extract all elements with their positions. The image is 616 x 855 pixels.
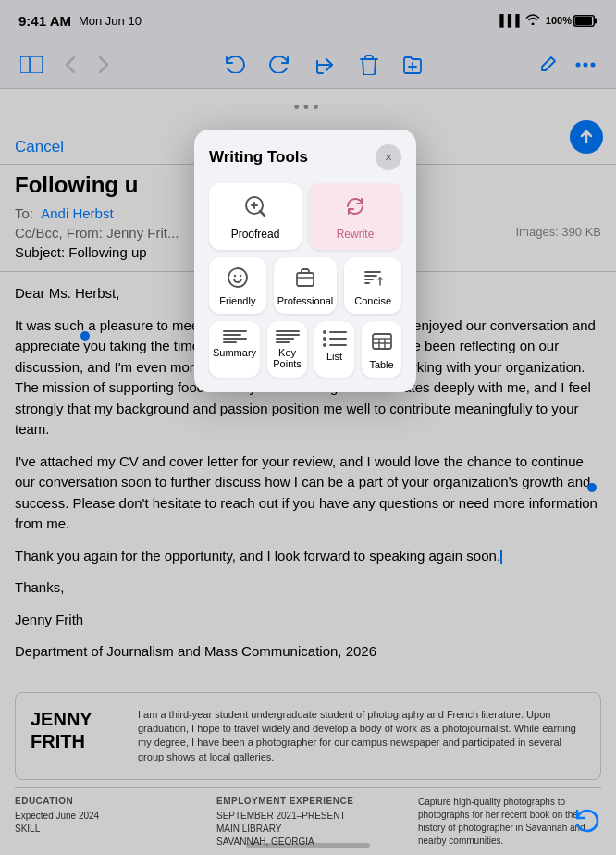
proofread-button[interactable]: Proofread xyxy=(209,183,302,250)
tools-row-3: Summary Key Points List xyxy=(209,321,401,378)
svg-point-9 xyxy=(228,268,247,287)
list-label: List xyxy=(326,351,342,362)
modal-overlay[interactable] xyxy=(0,0,616,855)
concise-icon xyxy=(362,266,384,291)
svg-point-11 xyxy=(240,275,241,277)
professional-label: Professional xyxy=(277,295,334,306)
concise-button[interactable]: Concise xyxy=(344,257,401,314)
list-button[interactable]: List xyxy=(314,321,354,378)
table-label: Table xyxy=(369,359,393,370)
list-icon xyxy=(323,330,347,347)
proofread-label: Proofread xyxy=(231,228,280,241)
key-points-button[interactable]: Key Points xyxy=(267,321,307,378)
rewrite-icon xyxy=(343,194,367,222)
modal-close-button[interactable]: × xyxy=(376,144,401,170)
concise-label: Concise xyxy=(354,295,391,306)
rewrite-button[interactable]: Rewrite xyxy=(309,183,401,250)
summary-icon xyxy=(223,330,247,343)
svg-rect-12 xyxy=(297,273,314,286)
summary-button[interactable]: Summary xyxy=(209,321,260,378)
rewrite-label: Rewrite xyxy=(337,228,375,241)
professional-button[interactable]: Professional xyxy=(274,257,338,314)
svg-point-10 xyxy=(234,275,236,277)
tools-row-1: Proofread Rewrite xyxy=(209,183,401,250)
friendly-label: Friendly xyxy=(219,295,255,306)
undo-floating-container xyxy=(573,809,601,836)
undo-floating-button[interactable] xyxy=(573,809,601,836)
friendly-button[interactable]: Friendly xyxy=(209,257,266,314)
svg-rect-13 xyxy=(373,334,391,349)
table-icon xyxy=(371,330,393,355)
modal-header: Writing Tools × xyxy=(209,144,401,170)
key-points-label: Key Points xyxy=(271,347,303,369)
summary-label: Summary xyxy=(213,347,256,358)
modal-title: Writing Tools xyxy=(209,148,308,167)
table-button[interactable]: Table xyxy=(362,321,401,378)
writing-tools-modal: Writing Tools × Proofread xyxy=(194,130,416,392)
professional-icon xyxy=(294,266,316,291)
proofread-icon xyxy=(243,194,267,222)
tools-row-2: Friendly Professional Concise xyxy=(209,257,401,314)
friendly-icon xyxy=(227,266,249,291)
key-points-icon xyxy=(276,330,300,343)
